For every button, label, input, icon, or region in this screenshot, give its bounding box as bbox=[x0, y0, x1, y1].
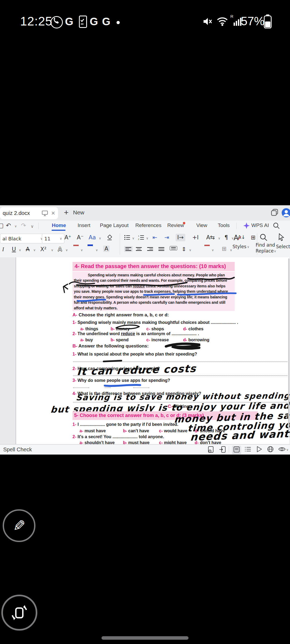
outline-list-icon[interactable] bbox=[244, 446, 251, 454]
text-direction-icon[interactable]: A⇆ bbox=[206, 234, 215, 241]
edit-mode-fab[interactable]: ✎ bbox=[3, 509, 35, 542]
svg-text:2: 2 bbox=[138, 238, 139, 240]
tab-references[interactable]: References bbox=[135, 222, 161, 228]
bullet-list-icon[interactable] bbox=[124, 235, 130, 240]
tab-view[interactable]: View bbox=[196, 222, 207, 228]
table-grid-icon[interactable]: ⊞ bbox=[251, 234, 256, 241]
align-left-icon[interactable] bbox=[124, 246, 133, 252]
phone-app-icon bbox=[79, 16, 87, 28]
char-shading-icon[interactable]: A bbox=[103, 246, 110, 252]
align-center-icon[interactable] bbox=[136, 247, 142, 251]
close-tab-icon[interactable]: ✕ bbox=[51, 210, 55, 216]
phone-screen: 12:25 G G G bbox=[0, 0, 290, 644]
view-options-eye-icon[interactable] bbox=[278, 446, 286, 454]
menu-bar: ▢ ↶ ∨ ↷ ∨ Home Insert Page Layout Refere… bbox=[0, 221, 290, 231]
find-replace-icon[interactable] bbox=[259, 233, 267, 241]
decrease-font-icon[interactable]: A⁻ bbox=[77, 234, 84, 241]
borders-icon[interactable]: ⊞ bbox=[222, 246, 227, 252]
left-tab-icon[interactable]: +Ι bbox=[192, 234, 199, 241]
undo-icon[interactable]: ↶ bbox=[6, 222, 11, 229]
save-icon[interactable]: ▢ bbox=[0, 222, 4, 229]
justify-icon[interactable] bbox=[158, 247, 164, 251]
decrease-indent-icon[interactable]: ⇤ bbox=[153, 234, 157, 241]
chevron-down-icon[interactable]: ∨ bbox=[51, 248, 53, 252]
monitor-icon[interactable] bbox=[42, 210, 48, 217]
chevron-down-icon[interactable]: ∨ bbox=[218, 236, 220, 240]
account-avatar[interactable] bbox=[281, 208, 290, 219]
chevron-down-icon[interactable]: ∨ bbox=[212, 248, 214, 252]
text-effects-icon[interactable]: A bbox=[58, 246, 62, 253]
redo-icon[interactable]: ↷ bbox=[21, 222, 26, 229]
whatsapp-icon bbox=[50, 16, 63, 28]
plus-icon[interactable]: + bbox=[64, 208, 69, 217]
document-tab[interactable]: quiz 2.docx ✕ bbox=[0, 207, 58, 219]
align-right-icon[interactable] bbox=[147, 247, 153, 251]
select-button[interactable]: Select bbox=[276, 244, 290, 249]
font-size-select[interactable]: 11 ∨ bbox=[42, 234, 64, 243]
page-view-icon[interactable] bbox=[232, 446, 241, 454]
google-icon: G bbox=[65, 16, 73, 28]
numbered-list-icon[interactable]: 1 2 bbox=[138, 235, 144, 240]
mobile-view-icon[interactable] bbox=[219, 446, 226, 454]
battery-icon bbox=[264, 14, 272, 30]
chevron-down-icon[interactable]: ∨ bbox=[66, 248, 68, 252]
document-canvas: 4- Read the passage then answer the ques… bbox=[0, 257, 290, 444]
wps-ai-button[interactable]: WPS AI bbox=[251, 222, 269, 228]
change-case-icon[interactable]: Aa bbox=[89, 234, 96, 241]
battery-percent: 57% bbox=[241, 14, 264, 28]
spell-check-status[interactable]: Spell Check bbox=[3, 447, 32, 453]
styles-icon[interactable]: A bbox=[234, 234, 242, 242]
chevron-down-icon[interactable]: ∨ bbox=[132, 236, 135, 240]
chevron-down-icon[interactable]: ∨ bbox=[189, 248, 191, 252]
tab-insert[interactable]: Insert bbox=[78, 222, 90, 228]
gesture-nav-handle[interactable] bbox=[102, 636, 189, 640]
web-view-icon[interactable] bbox=[267, 446, 274, 454]
chevron-down-icon[interactable]: ∨ bbox=[33, 248, 36, 252]
chevron-down-icon[interactable]: ∨ bbox=[230, 248, 232, 252]
line-spacing-icon[interactable]: ⇕ bbox=[182, 246, 186, 253]
new-tab-button[interactable]: New bbox=[73, 209, 84, 216]
chevron-down-icon[interactable]: ∨ bbox=[96, 248, 98, 252]
distribute-icon[interactable] bbox=[170, 246, 177, 250]
document-history-icon[interactable] bbox=[207, 446, 215, 454]
chevron-down-icon[interactable]: ∨ bbox=[19, 248, 21, 252]
wifi-icon bbox=[216, 16, 228, 28]
chevron-down-icon[interactable]: ∨ bbox=[99, 236, 101, 240]
chevron-down-icon[interactable]: ∨ bbox=[81, 248, 83, 252]
right-indent-icon[interactable]: Ι→ bbox=[176, 234, 185, 241]
tab-review[interactable]: Review bbox=[167, 222, 184, 228]
tab-title: quiz 2.docx bbox=[3, 210, 30, 216]
undo-chevron-icon[interactable]: ∨ bbox=[15, 224, 17, 228]
rotate-screen-fab[interactable] bbox=[1, 595, 37, 631]
increase-font-icon[interactable]: A⁺ bbox=[64, 234, 71, 241]
chevron-down-icon[interactable]: ∨ bbox=[146, 236, 148, 240]
tab-home[interactable]: Home bbox=[52, 222, 66, 228]
tab-page-layout[interactable]: Page Layout bbox=[100, 222, 129, 228]
play-presentation-icon[interactable] bbox=[256, 446, 263, 454]
find-replace-label-1[interactable]: Find and bbox=[256, 242, 275, 248]
multi-window-icon[interactable] bbox=[271, 208, 279, 218]
google-icon: G bbox=[102, 16, 110, 28]
italic-icon[interactable]: I bbox=[2, 246, 4, 253]
wps-ai-sparkle-icon bbox=[243, 222, 250, 230]
font-name-select[interactable]: al Black ∨ bbox=[0, 234, 45, 243]
menu-expand-chevron-icon[interactable]: ∨ bbox=[31, 224, 34, 229]
font-name-value: al Black bbox=[2, 236, 21, 241]
tab-tools[interactable]: Tools bbox=[218, 222, 230, 228]
chevron-down-icon[interactable]: ∨ bbox=[247, 245, 249, 249]
select-cursor-icon[interactable] bbox=[278, 233, 285, 241]
google-icon: G bbox=[90, 16, 98, 28]
search-icon[interactable] bbox=[273, 222, 280, 230]
vertical-scrollbar[interactable] bbox=[288, 258, 289, 430]
find-replace-label-2[interactable]: Replace bbox=[256, 248, 274, 254]
chevron-down-icon[interactable]: ∨ bbox=[286, 448, 289, 452]
increase-indent-icon[interactable]: ⇥ bbox=[164, 234, 169, 241]
chevron-down-icon[interactable]: ∨ bbox=[274, 249, 276, 253]
notification-dot-icon bbox=[117, 21, 120, 24]
underline-icon[interactable]: U bbox=[12, 246, 16, 253]
superscript-icon[interactable]: X² bbox=[40, 246, 46, 253]
paragraph-mark-icon[interactable]: ¶ bbox=[224, 234, 228, 241]
styles-button[interactable]: Styles bbox=[233, 244, 247, 249]
clear-format-icon[interactable] bbox=[106, 234, 113, 241]
strikethrough-icon[interactable]: A bbox=[26, 246, 30, 253]
